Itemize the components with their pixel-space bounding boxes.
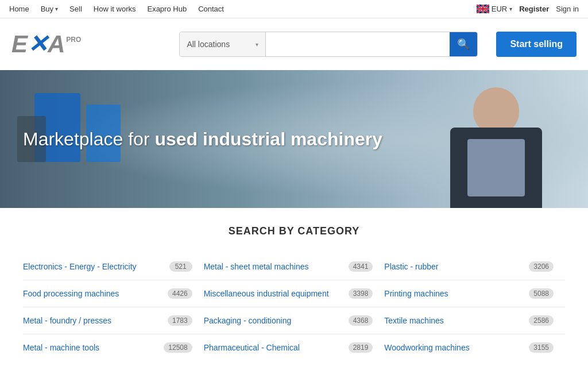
category-count: 1783 [168,315,192,326]
category-item[interactable]: Electronics - Energy - Electricity 521 [23,253,204,280]
category-item[interactable]: Metal - foundry / presses 1783 [23,307,204,334]
category-item[interactable]: Food processing machines 4426 [23,280,204,307]
categories-grid: Electronics - Energy - Electricity 521 F… [23,253,565,361]
category-item[interactable]: Metal - machine tools 12508 [23,334,204,361]
category-count: 4368 [349,315,373,326]
category-item[interactable]: Woodworking machines 3155 [384,334,565,361]
nav-home[interactable]: Home [9,5,29,13]
search-input[interactable] [266,32,450,56]
category-col-1: Electronics - Energy - Electricity 521 F… [23,253,204,361]
category-link[interactable]: Plastic - rubber [384,262,438,271]
category-link[interactable]: Metal - foundry / presses [23,316,111,325]
category-link[interactable]: Miscellaneous industrial equipment [204,289,329,298]
currency-label: EUR [492,5,507,13]
site-header: E ✕ A PRO All locations ▾ 🔍 Start sellin… [0,18,588,70]
category-item[interactable]: Printing machines 5088 [384,280,565,307]
category-link[interactable]: Pharmaceutical - Chemical [204,343,300,352]
category-link[interactable]: Electronics - Energy - Electricity [23,262,137,271]
register-button[interactable]: Register [519,5,549,13]
category-count: 4341 [349,261,373,272]
nav-buy[interactable]: Buy [41,5,53,13]
hero-headline-bold: used industrial machinery [154,129,382,149]
category-item[interactable]: Textile machines 2586 [384,307,565,334]
uk-flag-icon [477,5,489,13]
category-count: 3398 [349,288,373,299]
category-link[interactable]: Textile machines [384,316,444,325]
currency-selector[interactable]: EUR ▾ [477,5,512,13]
buy-dropdown-arrow[interactable]: ▾ [55,6,58,12]
category-item[interactable]: Miscellaneous industrial equipment 3398 [204,280,385,307]
location-label: All locations [187,40,230,49]
category-count: 5088 [529,288,554,299]
nav-buy-wrap: Buy ▾ [41,5,58,13]
start-selling-button[interactable]: Start selling [496,32,577,57]
category-link[interactable]: Woodworking machines [384,343,469,352]
category-link[interactable]: Food processing machines [23,289,119,298]
top-navigation: Home Buy ▾ Sell How it works Exapro Hub … [0,0,588,18]
search-button[interactable]: 🔍 [450,32,477,56]
category-item[interactable]: Pharmaceutical - Chemical 2819 [204,334,385,361]
logo-x-icon: ✕ [28,32,47,56]
nav-right: EUR ▾ Register Sign in [477,5,579,13]
category-count: 3155 [529,342,554,353]
hero-headline-normal: Marketplace for [23,129,154,149]
category-item[interactable]: Packaging - conditioning 4368 [204,307,385,334]
category-link[interactable]: Metal - sheet metal machines [204,262,309,271]
nav-contact[interactable]: Contact [198,5,224,13]
category-link[interactable]: Packaging - conditioning [204,316,292,325]
logo-pro-label: PRO [66,36,81,44]
hero-section: Marketplace for used industrial machiner… [0,70,588,208]
category-count: 4426 [168,288,192,299]
nav-sell[interactable]: Sell [69,5,82,13]
category-item[interactable]: Metal - sheet metal machines 4341 [204,253,385,280]
category-link[interactable]: Printing machines [384,289,448,298]
category-count: 3206 [529,261,554,272]
logo-text-a: A [48,32,64,56]
category-count: 12508 [164,342,192,353]
categories-title: SEARCH BY CATEGORY [23,225,565,237]
category-count: 521 [169,261,192,272]
hero-headline: Marketplace for used industrial machiner… [23,129,382,150]
person-head [473,87,519,133]
category-col-3: Plastic - rubber 3206 Printing machines … [384,253,565,361]
logo[interactable]: E ✕ A PRO [11,32,81,56]
logo-text-e: E [11,32,26,56]
category-item[interactable]: Plastic - rubber 3206 [384,253,565,280]
category-count: 2586 [529,315,554,326]
location-dropdown-arrow: ▾ [256,41,258,48]
nav-how-it-works[interactable]: How it works [94,5,136,13]
category-link[interactable]: Metal - machine tools [23,343,99,352]
person-shirt [467,139,525,196]
search-icon: 🔍 [457,38,470,51]
currency-dropdown-arrow[interactable]: ▾ [509,6,512,12]
categories-section: SEARCH BY CATEGORY Electronics - Energy … [0,208,588,374]
category-col-2: Metal - sheet metal machines 4341 Miscel… [204,253,385,361]
person-image [393,82,565,208]
nav-exapro-hub[interactable]: Exapro Hub [147,5,187,13]
signin-button[interactable]: Sign in [556,5,579,13]
search-bar: All locations ▾ 🔍 [179,32,478,57]
category-count: 2819 [349,342,373,353]
location-dropdown[interactable]: All locations ▾ [180,32,266,56]
